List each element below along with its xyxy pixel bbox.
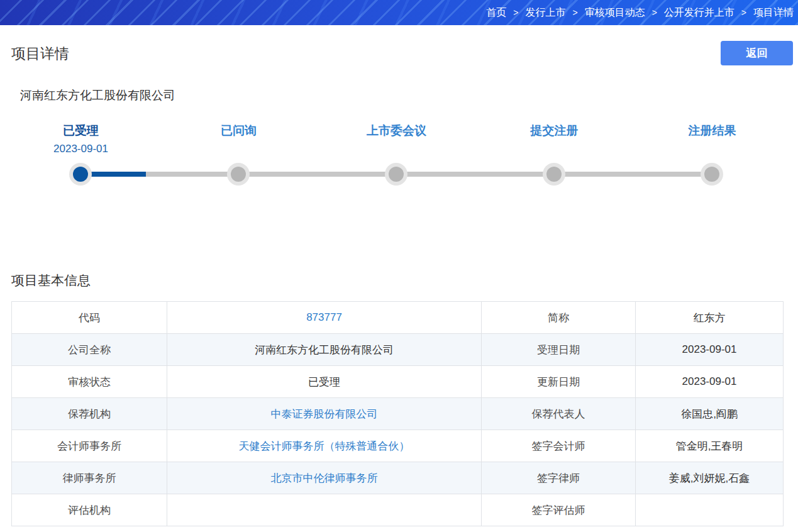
label-short-name: 简称 [482, 302, 636, 334]
step-dot-accepted [73, 167, 88, 182]
step-dot-submit-registration [546, 167, 562, 182]
breadcrumb-separator: > [572, 8, 577, 18]
main-content: 项目详情 返回 河南红东方化工股份有限公司 已受理 2023-09-01 已问询… [0, 41, 798, 526]
value-signing-valuator [636, 494, 784, 526]
company-name: 河南红东方化工股份有限公司 [20, 87, 793, 104]
label-update-date: 更新日期 [482, 366, 636, 398]
section-title-basic-info: 项目基本信息 [11, 272, 793, 289]
label-code: 代码 [12, 302, 167, 334]
review-status-stepper: 已受理 2023-09-01 已问询 上市委会议 提交注册 注册结果 [0, 123, 798, 204]
step-inquired: 已问询 [160, 123, 318, 157]
label-law-firm: 律师事务所 [12, 462, 167, 494]
label-signing-lawyer: 签字律师 [482, 462, 636, 494]
step-label: 已问询 [160, 123, 318, 139]
breadcrumb-separator: > [652, 8, 657, 18]
label-sponsor-institution: 保荐机构 [12, 398, 167, 430]
table-row: 公司全称 河南红东方化工股份有限公司 受理日期 2023-09-01 [12, 334, 784, 366]
step-date [633, 143, 791, 157]
label-acceptance-date: 受理日期 [482, 334, 636, 366]
step-date [160, 143, 318, 157]
step-dot-inquired [231, 167, 246, 182]
table-row: 保荐机构 中泰证券股份有限公司 保荐代表人 徐国忠,阎鹏 [12, 398, 784, 430]
label-company-full-name: 公司全称 [12, 334, 167, 366]
value-acceptance-date: 2023-09-01 [636, 334, 784, 366]
step-accepted: 已受理 2023-09-01 [2, 123, 160, 157]
table-row: 审核状态 已受理 更新日期 2023-09-01 [12, 366, 784, 398]
value-short-name: 红东方 [636, 302, 784, 334]
step-date [318, 143, 475, 157]
step-dot-registration-result [704, 167, 719, 182]
label-review-status: 审核状态 [12, 366, 167, 398]
step-registration-result: 注册结果 [633, 123, 791, 157]
value-sponsor-representative: 徐国忠,阎鹏 [636, 398, 784, 430]
step-label: 已受理 [2, 123, 160, 139]
step-label: 提交注册 [475, 123, 633, 139]
value-sponsor-institution-link[interactable]: 中泰证券股份有限公司 [167, 398, 482, 430]
step-label: 上市委会议 [318, 123, 475, 139]
label-valuation-agency: 评估机构 [12, 494, 167, 526]
header-banner: 首页 > 发行上市 > 审核项目动态 > 公开发行并上市 > 项目详情 [0, 0, 798, 25]
value-update-date: 2023-09-01 [636, 366, 784, 398]
table-row: 律师事务所 北京市中伦律师事务所 签字律师 姜威,刘妍妮,石鑫 [12, 462, 784, 494]
table-row: 会计师事务所 天健会计师事务所（特殊普通合伙） 签字会计师 管金明,王春明 [12, 430, 784, 462]
step-listing-committee: 上市委会议 [318, 123, 475, 157]
step-date [475, 143, 633, 157]
stepper-track-progress [80, 172, 146, 177]
value-signing-accountant: 管金明,王春明 [636, 430, 784, 462]
value-accounting-firm-link[interactable]: 天健会计师事务所（特殊普通合伙） [167, 430, 482, 462]
breadcrumb-separator: > [513, 8, 518, 18]
page-title: 项目详情 [11, 41, 793, 66]
value-signing-lawyer: 姜威,刘妍妮,石鑫 [636, 462, 784, 494]
step-submit-registration: 提交注册 [475, 123, 633, 157]
breadcrumb-issuance-listing[interactable]: 发行上市 [525, 6, 565, 19]
breadcrumb-review-project-dynamics[interactable]: 审核项目动态 [585, 6, 645, 19]
label-signing-valuator: 签字评估师 [482, 494, 636, 526]
breadcrumb-project-detail-current: 项目详情 [753, 6, 794, 19]
back-button[interactable]: 返回 [721, 41, 793, 65]
step-label: 注册结果 [633, 123, 791, 139]
value-review-status: 已受理 [167, 366, 482, 398]
value-valuation-agency [167, 494, 482, 526]
title-row: 项目详情 返回 [11, 41, 793, 66]
label-signing-accountant: 签字会计师 [482, 430, 636, 462]
breadcrumb-public-offering-listing[interactable]: 公开发行并上市 [664, 6, 734, 19]
project-basic-info-table: 代码 873777 简称 红东方 公司全称 河南红东方化工股份有限公司 受理日期… [11, 301, 784, 526]
breadcrumb-separator: > [741, 8, 746, 18]
breadcrumb-home[interactable]: 首页 [486, 6, 506, 19]
table-row: 代码 873777 简称 红东方 [12, 302, 784, 334]
breadcrumb: 首页 > 发行上市 > 审核项目动态 > 公开发行并上市 > 项目详情 [486, 6, 794, 19]
label-sponsor-representative: 保荐代表人 [482, 398, 636, 430]
step-date: 2023-09-01 [2, 143, 160, 157]
value-code-link[interactable]: 873777 [167, 302, 482, 334]
label-accounting-firm: 会计师事务所 [12, 430, 167, 462]
table-row: 评估机构 签字评估师 [12, 494, 784, 526]
value-law-firm-link[interactable]: 北京市中伦律师事务所 [167, 462, 482, 494]
value-company-full-name: 河南红东方化工股份有限公司 [167, 334, 482, 366]
step-dot-listing-committee [389, 167, 404, 182]
